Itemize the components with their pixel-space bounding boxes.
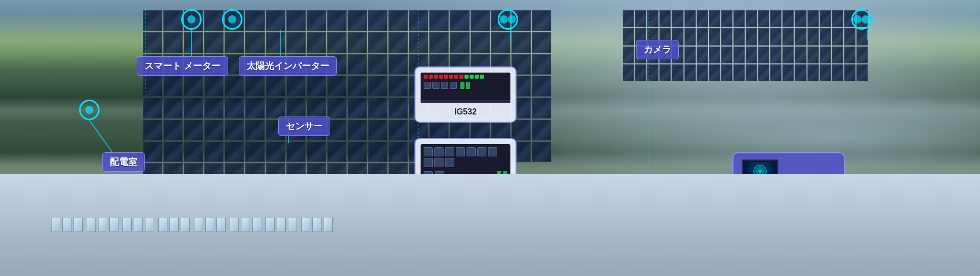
building-windows: [51, 199, 878, 250]
label-electrical-room: 配電室: [102, 152, 145, 172]
device-box-ig532: IG532: [414, 66, 517, 123]
camera-icon-1: [181, 9, 202, 30]
main-scene: スマート メーター 太陽光インバーター カメラ 配電室 センサー: [0, 0, 980, 276]
camera-icon-4: [79, 100, 100, 120]
solar-panel-area-right: [623, 10, 868, 153]
camera-icon-3: [498, 9, 518, 30]
ig532-hardware: [421, 73, 510, 103]
label-sensor: センサー: [278, 117, 330, 136]
building-facade: [0, 174, 980, 276]
label-solar-inverter: 太陽光インバーター: [239, 56, 337, 76]
camera-icon-5: [851, 9, 872, 30]
label-camera: カメラ: [636, 40, 679, 59]
camera-icon-2: [222, 9, 242, 30]
label-smart-meter: スマート メーター: [137, 56, 228, 76]
ig532-label: IG532: [454, 107, 477, 117]
